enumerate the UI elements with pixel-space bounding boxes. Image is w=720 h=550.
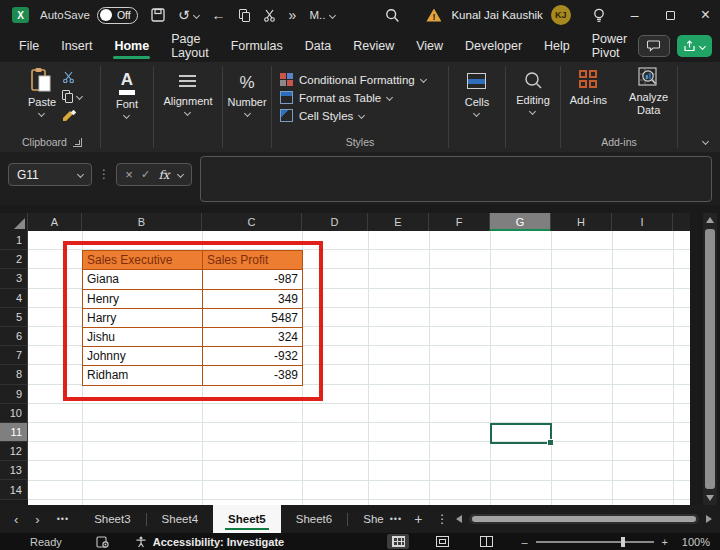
undo-button[interactable]: ↺	[178, 8, 199, 22]
cancel-button[interactable]: ×	[125, 167, 133, 182]
copy-button[interactable]	[62, 90, 82, 103]
cut-button[interactable]	[263, 9, 276, 22]
copy-button[interactable]	[239, 9, 250, 22]
comments-button[interactable]	[638, 35, 669, 57]
row-header-6[interactable]: 6	[0, 327, 28, 346]
maximize-button[interactable]	[666, 11, 675, 20]
column-header-F[interactable]: F	[429, 213, 490, 231]
column-header-B[interactable]: B	[82, 213, 202, 231]
sheet-tab-sheet5[interactable]: Sheet5	[213, 505, 281, 533]
number-group-button[interactable]: % Number	[221, 67, 272, 135]
formula-input[interactable]	[200, 156, 712, 202]
tab-page-layout[interactable]: Page Layout	[160, 30, 220, 62]
row-header-10[interactable]: 10	[0, 404, 28, 423]
sheet-options-button[interactable]: ⋮	[436, 512, 448, 526]
prev-sheet-button[interactable]: ‹	[14, 512, 18, 527]
accessibility-checker-button[interactable]	[135, 536, 147, 548]
format-painter-button[interactable]	[62, 110, 76, 123]
column-header-A[interactable]: A	[28, 213, 82, 231]
tab-data[interactable]: Data	[294, 30, 342, 62]
column-header-C[interactable]: C	[202, 213, 302, 231]
insert-function-button[interactable]: fx	[158, 168, 169, 182]
zoom-slider-handle[interactable]	[621, 537, 625, 547]
active-cell-G11[interactable]	[490, 423, 552, 444]
search-button[interactable]	[385, 8, 400, 23]
row-header-7[interactable]: 7	[0, 346, 28, 365]
paste-button[interactable]: Paste	[22, 67, 62, 135]
sheet-list-button[interactable]: •••	[57, 514, 69, 524]
zoom-level[interactable]: 100%	[676, 536, 710, 548]
font-group-button[interactable]: A Font	[110, 67, 144, 135]
quick-access-overflow-button[interactable]: »	[289, 8, 297, 22]
column-header-G[interactable]: G	[490, 213, 551, 231]
tell-me-button[interactable]	[593, 8, 605, 23]
row-header-1[interactable]: 1	[0, 231, 28, 250]
horizontal-scrollbar[interactable]	[456, 514, 712, 524]
next-sheet-button[interactable]: ›	[35, 512, 39, 527]
row-header-5[interactable]: 5	[0, 308, 28, 327]
select-all-button[interactable]	[0, 213, 28, 231]
tab-home[interactable]: Home	[103, 30, 160, 62]
analyze-data-button[interactable]: Analyze Data	[623, 67, 674, 135]
column-header-E[interactable]: E	[368, 213, 429, 231]
more-sheets-button[interactable]: •••	[390, 514, 402, 524]
vertical-scrollbar[interactable]	[703, 213, 717, 505]
notification-warning[interactable]: !	[426, 9, 441, 22]
row-header-3[interactable]: 3	[0, 269, 28, 288]
zoom-slider[interactable]	[536, 541, 654, 543]
row-header-14[interactable]: 14	[0, 480, 28, 499]
row-header-8[interactable]: 8	[0, 365, 28, 384]
tab-review[interactable]: Review	[342, 30, 405, 62]
save-button[interactable]	[151, 8, 165, 22]
cut-button[interactable]	[62, 71, 75, 83]
back-button[interactable]: ←	[212, 8, 226, 22]
row-header-11[interactable]: 11	[0, 423, 28, 442]
page-break-view-button[interactable]	[475, 534, 497, 549]
alignment-group-button[interactable]: Alignment	[158, 67, 219, 135]
column-header-I[interactable]: I	[612, 213, 673, 231]
editing-group-button[interactable]: Editing	[510, 67, 556, 135]
tab-formulas[interactable]: Formulas	[220, 30, 294, 62]
minimize-button[interactable]: –	[631, 8, 639, 22]
row-header-12[interactable]: 12	[0, 442, 28, 461]
sheet-tab-sheet4[interactable]: Sheet4	[147, 505, 213, 533]
addins-button[interactable]: Add-ins	[564, 67, 613, 135]
conditional-formatting-button[interactable]: Conditional Formatting	[280, 73, 426, 86]
enter-button[interactable]: ✓	[141, 168, 150, 181]
scroll-down-icon[interactable]	[706, 495, 714, 501]
tab-developer[interactable]: Developer	[454, 30, 533, 62]
format-as-table-button[interactable]: Format as Table	[280, 91, 426, 104]
column-header-D[interactable]: D	[302, 213, 368, 231]
tab-help[interactable]: Help	[533, 30, 581, 62]
row-header-2[interactable]: 2	[0, 250, 28, 269]
page-layout-view-button[interactable]	[431, 534, 453, 549]
share-button[interactable]	[677, 35, 712, 57]
column-header-H[interactable]: H	[551, 213, 612, 231]
row-header-4[interactable]: 4	[0, 289, 28, 308]
collapse-ribbon-button[interactable]	[702, 138, 709, 145]
autosave-toggle[interactable]: Off	[97, 7, 138, 24]
dialog-launcher-icon[interactable]	[73, 138, 82, 147]
zoom-out-button[interactable]: –	[521, 536, 527, 548]
accessibility-status[interactable]: Accessibility: Investigate	[153, 536, 284, 548]
normal-view-button[interactable]	[387, 534, 409, 549]
row-header-9[interactable]: 9	[0, 385, 28, 404]
close-button[interactable]: ×	[701, 7, 710, 23]
avatar[interactable]: KJ	[551, 5, 571, 25]
zoom-in-button[interactable]: +	[662, 536, 668, 548]
horizontal-scroll-track[interactable]	[469, 514, 699, 524]
vertical-scroll-thumb[interactable]	[705, 229, 715, 489]
sheet-cells[interactable]: Sales Executive Sales Profit Giana -987 …	[28, 231, 690, 505]
tab-insert[interactable]: Insert	[50, 30, 103, 62]
scroll-left-icon[interactable]	[456, 515, 462, 523]
add-sheet-button[interactable]: +	[414, 511, 422, 527]
tab-power-pivot[interactable]: Power Pivot	[581, 30, 638, 62]
horizontal-scroll-thumb[interactable]	[472, 516, 696, 522]
sheet-tab-sheet3[interactable]: Sheet3	[79, 505, 145, 533]
row-header-13[interactable]: 13	[0, 461, 28, 480]
scroll-right-icon[interactable]	[706, 515, 712, 523]
tab-file[interactable]: File	[8, 30, 50, 62]
name-box[interactable]: G11	[8, 163, 92, 186]
sheet-tab-truncated[interactable]: She	[348, 505, 389, 533]
tab-view[interactable]: View	[405, 30, 454, 62]
